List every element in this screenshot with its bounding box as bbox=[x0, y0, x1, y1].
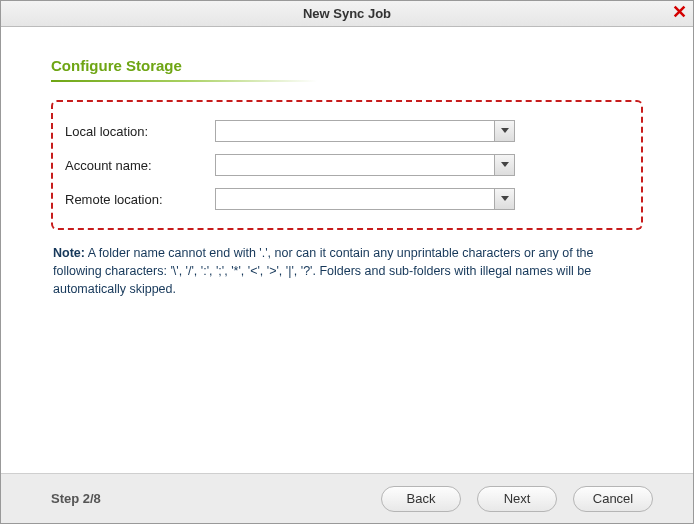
cancel-button[interactable]: Cancel bbox=[573, 486, 653, 512]
close-icon[interactable]: ✕ bbox=[672, 3, 687, 21]
row-remote-location: Remote location: bbox=[53, 182, 641, 216]
section-title: Configure Storage bbox=[51, 57, 643, 74]
row-local-location: Local location: bbox=[53, 114, 641, 148]
footer-bar: Step 2/8 Back Next Cancel bbox=[1, 473, 693, 523]
step-indicator: Step 2/8 bbox=[51, 491, 365, 506]
local-location-value[interactable] bbox=[216, 121, 494, 141]
back-button[interactable]: Back bbox=[381, 486, 461, 512]
label-account-name: Account name: bbox=[65, 158, 215, 173]
highlight-box: Local location: Account name: bbox=[51, 100, 643, 230]
account-name-combo[interactable] bbox=[215, 154, 515, 176]
note-prefix: Note: bbox=[53, 246, 85, 260]
svg-marker-2 bbox=[501, 196, 509, 201]
note-body: A folder name cannot end with '.', nor c… bbox=[53, 246, 594, 296]
label-local-location: Local location: bbox=[65, 124, 215, 139]
next-button[interactable]: Next bbox=[477, 486, 557, 512]
content-area: Configure Storage Local location: Accoun… bbox=[1, 27, 693, 473]
row-account-name: Account name: bbox=[53, 148, 641, 182]
label-remote-location: Remote location: bbox=[65, 192, 215, 207]
chevron-down-icon[interactable] bbox=[494, 155, 514, 175]
svg-marker-0 bbox=[501, 128, 509, 133]
remote-location-value[interactable] bbox=[216, 189, 494, 209]
local-location-combo[interactable] bbox=[215, 120, 515, 142]
dialog-window: New Sync Job ✕ Configure Storage Local l… bbox=[0, 0, 694, 524]
remote-location-combo[interactable] bbox=[215, 188, 515, 210]
note-text: Note: A folder name cannot end with '.',… bbox=[51, 240, 643, 298]
svg-marker-1 bbox=[501, 162, 509, 167]
account-name-value[interactable] bbox=[216, 155, 494, 175]
window-title: New Sync Job bbox=[303, 6, 391, 21]
section-underline bbox=[51, 80, 431, 82]
chevron-down-icon[interactable] bbox=[494, 121, 514, 141]
chevron-down-icon[interactable] bbox=[494, 189, 514, 209]
titlebar: New Sync Job ✕ bbox=[1, 1, 693, 27]
